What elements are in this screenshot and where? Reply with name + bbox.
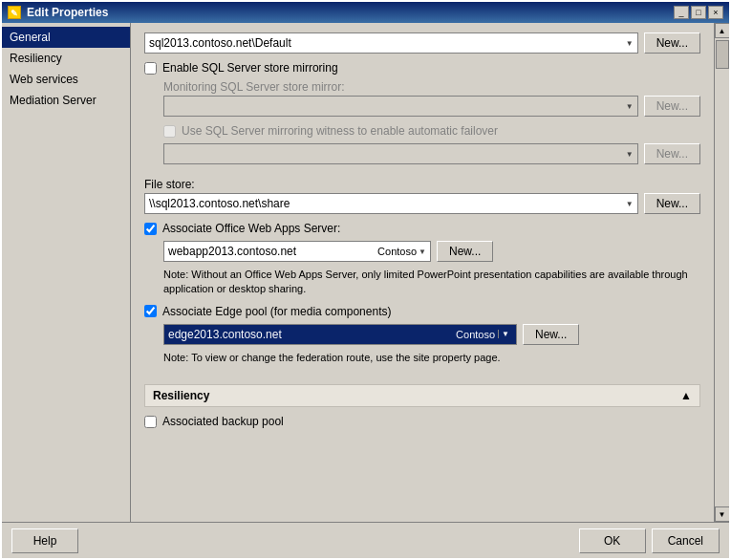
- sidebar-item-mediation-server[interactable]: Mediation Server: [2, 90, 130, 111]
- minimize-button[interactable]: _: [674, 6, 689, 19]
- sql-store-new-button[interactable]: New...: [644, 32, 700, 54]
- sql-store-dropdown-value: sql2013.contoso.net\Default: [149, 36, 291, 50]
- sql-store-dropdown-arrow: ▼: [626, 39, 634, 48]
- cancel-button[interactable]: Cancel: [652, 528, 720, 553]
- office-web-apps-note: Note: Without an Office Web Apps Server,…: [163, 268, 697, 297]
- help-button[interactable]: Help: [11, 528, 78, 553]
- right-panel: sql2013.contoso.net\Default ▼ New... Ena…: [131, 23, 729, 522]
- witness-dropdown-arrow: ▼: [626, 150, 634, 159]
- edge-pool-dropdown-value: edge2013.contoso.net: [168, 328, 282, 341]
- resiliency-section: Resiliency ▲ Associated backup pool: [144, 384, 700, 428]
- office-web-apps-checkbox[interactable]: [144, 223, 157, 235]
- sidebar-item-general[interactable]: General: [2, 27, 130, 48]
- monitoring-mirror-new-button: New...: [644, 96, 700, 117]
- file-store-dropdown-arrow: ▼: [626, 200, 634, 208]
- backup-pool-label: Associated backup pool: [162, 415, 284, 428]
- titlebar-icon: ✎: [8, 6, 21, 19]
- office-web-apps-input-section: webapp2013.contoso.net Contoso ▼ New... …: [163, 241, 700, 297]
- file-store-dropdown[interactable]: \\sql2013.contoso.net\share ▼: [144, 193, 638, 214]
- scrollbar-thumb[interactable]: [716, 40, 729, 69]
- ok-button[interactable]: OK: [579, 528, 646, 553]
- witness-dropdown-section: ▼ New...: [163, 143, 700, 164]
- backup-pool-row: Associated backup pool: [144, 415, 700, 428]
- backup-pool-checkbox[interactable]: [144, 416, 157, 428]
- office-web-apps-dropdown-text: Contoso: [377, 246, 417, 257]
- witness-row: Use SQL Server mirroring witness to enab…: [163, 124, 700, 138]
- office-web-apps-checkbox-row: Associate Office Web Apps Server:: [144, 222, 700, 235]
- sidebar-item-general-label: General: [10, 31, 51, 44]
- sql-store-dropdown[interactable]: sql2013.contoso.net\Default ▼: [144, 32, 638, 54]
- edge-pool-input-section: edge2013.contoso.net Contoso ▼ New... No…: [163, 324, 700, 365]
- resiliency-section-title: Resiliency: [153, 389, 209, 402]
- file-store-new-button[interactable]: New...: [644, 193, 700, 214]
- edit-properties-window: ✎ Edit Properties _ □ × General Resilien…: [0, 0, 731, 560]
- edge-pool-dropdown-arrow: ▼: [498, 330, 512, 338]
- sql-store-row: sql2013.contoso.net\Default ▼ New...: [144, 32, 700, 54]
- enable-mirroring-row: Enable SQL Server store mirroring: [144, 61, 700, 75]
- office-web-apps-dropdown[interactable]: webapp2013.contoso.net Contoso ▼: [163, 241, 431, 262]
- file-store-dropdown-value: \\sql2013.contoso.net\share: [149, 197, 290, 210]
- enable-mirroring-label: Enable SQL Server store mirroring: [162, 61, 338, 75]
- sidebar-item-mediation-server-label: Mediation Server: [10, 94, 97, 107]
- witness-new-button: New...: [644, 143, 700, 164]
- content-area: sql2013.contoso.net\Default ▼ New... Ena…: [131, 23, 714, 522]
- titlebar-controls: _ □ ×: [674, 6, 723, 19]
- edge-pool-checkbox[interactable]: [144, 305, 157, 317]
- office-web-apps-label: Associate Office Web Apps Server:: [162, 222, 340, 235]
- office-web-apps-new-button[interactable]: New...: [437, 241, 493, 262]
- monitoring-mirror-dropdown-arrow: ▼: [626, 102, 634, 111]
- edge-pool-checkbox-row: Associate Edge pool (for media component…: [144, 305, 700, 318]
- titlebar-text: Edit Properties: [27, 6, 108, 19]
- sidebar-item-web-services[interactable]: Web services: [2, 69, 130, 90]
- bottom-bar: Help OK Cancel: [2, 522, 729, 558]
- scroll-up-button[interactable]: ▲: [715, 23, 730, 38]
- monitoring-mirror-label: Monitoring SQL Server store mirror:: [163, 80, 700, 94]
- monitoring-mirror-dropdown: ▼: [163, 96, 638, 117]
- office-web-apps-dropdown-arrow: ▼: [419, 248, 426, 256]
- sidebar-item-web-services-label: Web services: [10, 73, 78, 86]
- file-store-row: File store: \\sql2013.contoso.net\share …: [144, 178, 700, 214]
- resiliency-collapse-icon[interactable]: ▲: [680, 389, 692, 402]
- titlebar-title: ✎ Edit Properties: [8, 6, 108, 19]
- sidebar-item-resiliency-label: Resiliency: [10, 52, 62, 65]
- maximize-button[interactable]: □: [691, 6, 706, 19]
- edge-pool-label: Associate Edge pool (for media component…: [162, 305, 391, 318]
- main-content: General Resiliency Web services Mediatio…: [2, 23, 729, 522]
- resiliency-section-header: Resiliency ▲: [144, 384, 700, 407]
- enable-mirroring-checkbox[interactable]: [144, 62, 157, 75]
- sidebar: General Resiliency Web services Mediatio…: [2, 23, 131, 522]
- scrollbar-track: ▲ ▼: [714, 23, 729, 522]
- witness-label: Use SQL Server mirroring witness to enab…: [182, 124, 498, 138]
- edge-pool-new-button[interactable]: New...: [523, 324, 579, 345]
- scroll-down-button[interactable]: ▼: [715, 506, 730, 522]
- file-store-label: File store:: [144, 178, 700, 191]
- close-button[interactable]: ×: [708, 6, 723, 19]
- sidebar-item-resiliency[interactable]: Resiliency: [2, 48, 130, 69]
- witness-dropdown: ▼: [163, 143, 638, 164]
- witness-checkbox: [163, 125, 176, 138]
- edge-pool-note: Note: To view or change the federation r…: [163, 351, 700, 365]
- bottom-right-buttons: OK Cancel: [579, 528, 720, 553]
- titlebar: ✎ Edit Properties _ □ ×: [2, 2, 729, 23]
- edge-pool-dropdown[interactable]: edge2013.contoso.net Contoso ▼: [163, 324, 517, 345]
- office-web-apps-dropdown-value: webapp2013.contoso.net: [168, 245, 296, 258]
- edge-pool-dropdown-text: Contoso: [456, 329, 495, 340]
- monitoring-mirror-section: Monitoring SQL Server store mirror: ▼ Ne…: [163, 80, 700, 117]
